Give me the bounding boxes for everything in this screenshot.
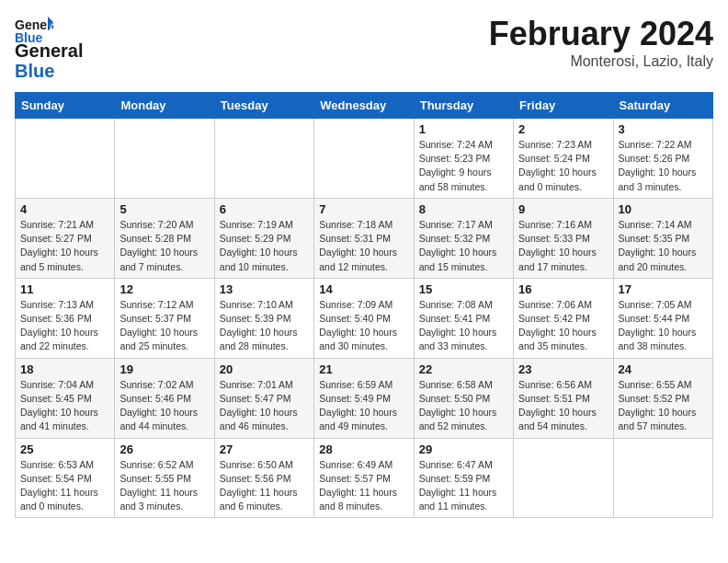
daylight-text: Daylight: 9 hours and 58 minutes. xyxy=(419,167,492,191)
daylight-text: Daylight: 10 hours and 46 minutes. xyxy=(220,407,298,431)
day-info: Sunrise: 6:52 AM Sunset: 5:55 PM Dayligh… xyxy=(119,458,209,514)
sunset-text: Sunset: 5:50 PM xyxy=(419,393,491,404)
calendar-day-cell: 2 Sunrise: 7:23 AM Sunset: 5:24 PM Dayli… xyxy=(514,119,613,199)
sunset-text: Sunset: 5:39 PM xyxy=(220,313,291,324)
sunset-text: Sunset: 5:29 PM xyxy=(220,233,291,244)
day-info: Sunrise: 6:49 AM Sunset: 5:57 PM Dayligh… xyxy=(319,458,408,514)
calendar-day-cell: 25 Sunrise: 6:53 AM Sunset: 5:54 PM Dayl… xyxy=(16,438,115,518)
sunset-text: Sunset: 5:31 PM xyxy=(319,233,391,244)
sunset-text: Sunset: 5:47 PM xyxy=(220,393,291,404)
day-number: 23 xyxy=(518,362,608,376)
daylight-text: Daylight: 10 hours and 22 minutes. xyxy=(20,327,98,351)
day-number: 29 xyxy=(419,442,508,456)
day-number: 26 xyxy=(119,442,209,456)
day-number: 14 xyxy=(319,282,408,296)
day-info: Sunrise: 7:02 AM Sunset: 5:46 PM Dayligh… xyxy=(119,378,209,434)
day-number: 16 xyxy=(518,282,608,296)
daylight-text: Daylight: 10 hours and 28 minutes. xyxy=(220,327,298,351)
day-number: 9 xyxy=(518,202,608,216)
day-info: Sunrise: 7:06 AM Sunset: 5:42 PM Dayligh… xyxy=(518,298,608,354)
calendar-day-cell: 15 Sunrise: 7:08 AM Sunset: 5:41 PM Dayl… xyxy=(414,278,513,358)
calendar-day-cell: 22 Sunrise: 6:58 AM Sunset: 5:50 PM Dayl… xyxy=(414,358,513,438)
day-info: Sunrise: 7:16 AM Sunset: 5:33 PM Dayligh… xyxy=(518,218,608,274)
day-info: Sunrise: 6:53 AM Sunset: 5:54 PM Dayligh… xyxy=(20,458,109,514)
daylight-text: Daylight: 10 hours and 33 minutes. xyxy=(419,327,497,351)
sunrise-text: Sunrise: 6:50 AM xyxy=(220,459,293,470)
daylight-text: Daylight: 10 hours and 41 minutes. xyxy=(20,407,98,431)
day-info: Sunrise: 7:21 AM Sunset: 5:27 PM Dayligh… xyxy=(20,218,109,274)
day-number: 27 xyxy=(220,442,309,456)
sunset-text: Sunset: 5:57 PM xyxy=(319,473,391,484)
day-info: Sunrise: 7:17 AM Sunset: 5:32 PM Dayligh… xyxy=(419,218,508,274)
sunset-text: Sunset: 5:23 PM xyxy=(419,153,491,164)
sunset-text: Sunset: 5:24 PM xyxy=(518,153,590,164)
calendar-week-row: 11 Sunrise: 7:13 AM Sunset: 5:36 PM Dayl… xyxy=(16,278,713,358)
day-number: 28 xyxy=(319,442,408,456)
sunset-text: Sunset: 5:59 PM xyxy=(419,473,491,484)
header-wednesday: Wednesday xyxy=(314,93,414,119)
header-saturday: Saturday xyxy=(613,93,712,119)
calendar-week-row: 1 Sunrise: 7:24 AM Sunset: 5:23 PM Dayli… xyxy=(16,119,713,199)
header-tuesday: Tuesday xyxy=(214,93,313,119)
sunrise-text: Sunrise: 7:09 AM xyxy=(319,299,392,310)
day-number: 10 xyxy=(619,202,708,216)
sunset-text: Sunset: 5:33 PM xyxy=(518,233,590,244)
day-info: Sunrise: 6:59 AM Sunset: 5:49 PM Dayligh… xyxy=(319,378,408,434)
logo-general: General xyxy=(15,40,83,61)
day-info: Sunrise: 7:04 AM Sunset: 5:45 PM Dayligh… xyxy=(20,378,109,434)
calendar-day-cell: 11 Sunrise: 7:13 AM Sunset: 5:36 PM Dayl… xyxy=(16,278,115,358)
day-info: Sunrise: 7:18 AM Sunset: 5:31 PM Dayligh… xyxy=(319,218,408,274)
title-area: February 2024 Monterosi, Lazio, Italy xyxy=(489,15,713,70)
calendar-day-cell xyxy=(115,119,214,199)
daylight-text: Daylight: 10 hours and 20 minutes. xyxy=(619,247,697,271)
daylight-text: Daylight: 11 hours and 0 minutes. xyxy=(20,487,98,511)
calendar-day-cell: 23 Sunrise: 6:56 AM Sunset: 5:51 PM Dayl… xyxy=(514,358,613,438)
daylight-text: Daylight: 10 hours and 5 minutes. xyxy=(20,247,98,271)
day-info: Sunrise: 6:47 AM Sunset: 5:59 PM Dayligh… xyxy=(419,458,508,514)
sunrise-text: Sunrise: 7:08 AM xyxy=(419,299,493,310)
sunrise-text: Sunrise: 7:12 AM xyxy=(119,299,193,310)
day-info: Sunrise: 7:19 AM Sunset: 5:29 PM Dayligh… xyxy=(220,218,309,274)
calendar-day-cell: 13 Sunrise: 7:10 AM Sunset: 5:39 PM Dayl… xyxy=(214,278,313,358)
sunrise-text: Sunrise: 7:23 AM xyxy=(518,139,592,150)
day-number: 20 xyxy=(220,362,309,376)
daylight-text: Daylight: 10 hours and 54 minutes. xyxy=(518,407,597,431)
daylight-text: Daylight: 10 hours and 49 minutes. xyxy=(319,407,397,431)
sunset-text: Sunset: 5:45 PM xyxy=(20,393,92,404)
calendar-table: Sunday Monday Tuesday Wednesday Thursday… xyxy=(15,92,713,518)
daylight-text: Daylight: 10 hours and 12 minutes. xyxy=(319,247,397,271)
sunrise-text: Sunrise: 7:13 AM xyxy=(20,299,94,310)
day-number: 25 xyxy=(20,442,109,456)
sunrise-text: Sunrise: 7:02 AM xyxy=(119,379,193,390)
calendar-day-cell: 26 Sunrise: 6:52 AM Sunset: 5:55 PM Dayl… xyxy=(115,438,214,518)
sunset-text: Sunset: 5:42 PM xyxy=(518,313,590,324)
daylight-text: Daylight: 10 hours and 35 minutes. xyxy=(518,327,597,351)
sunrise-text: Sunrise: 6:53 AM xyxy=(20,459,94,470)
day-number: 22 xyxy=(419,362,508,376)
daylight-text: Daylight: 10 hours and 3 minutes. xyxy=(619,167,697,191)
sunrise-text: Sunrise: 7:19 AM xyxy=(220,219,293,230)
calendar-day-cell: 1 Sunrise: 7:24 AM Sunset: 5:23 PM Dayli… xyxy=(414,119,513,199)
page-header: General Blue General Blue February 2024 … xyxy=(15,15,713,81)
calendar-day-cell: 20 Sunrise: 7:01 AM Sunset: 5:47 PM Dayl… xyxy=(214,358,313,438)
day-number: 21 xyxy=(319,362,408,376)
daylight-text: Daylight: 11 hours and 8 minutes. xyxy=(319,487,397,511)
calendar-day-cell xyxy=(16,119,115,199)
daylight-text: Daylight: 10 hours and 44 minutes. xyxy=(119,407,198,431)
header-row: Sunday Monday Tuesday Wednesday Thursday… xyxy=(16,93,713,119)
sunrise-text: Sunrise: 6:52 AM xyxy=(119,459,193,470)
sunset-text: Sunset: 5:35 PM xyxy=(619,233,690,244)
daylight-text: Daylight: 10 hours and 25 minutes. xyxy=(119,327,198,351)
calendar-day-cell: 21 Sunrise: 6:59 AM Sunset: 5:49 PM Dayl… xyxy=(314,358,414,438)
calendar-day-cell: 18 Sunrise: 7:04 AM Sunset: 5:45 PM Dayl… xyxy=(16,358,115,438)
calendar-day-cell: 16 Sunrise: 7:06 AM Sunset: 5:42 PM Dayl… xyxy=(514,278,613,358)
logo: General Blue General Blue xyxy=(15,15,83,81)
sunrise-text: Sunrise: 6:56 AM xyxy=(518,379,592,390)
calendar-day-cell xyxy=(214,119,313,199)
day-number: 7 xyxy=(319,202,408,216)
day-info: Sunrise: 7:13 AM Sunset: 5:36 PM Dayligh… xyxy=(20,298,109,354)
sunrise-text: Sunrise: 7:20 AM xyxy=(119,219,193,230)
day-number: 1 xyxy=(419,122,508,136)
sunset-text: Sunset: 5:27 PM xyxy=(20,233,92,244)
header-thursday: Thursday xyxy=(414,93,513,119)
